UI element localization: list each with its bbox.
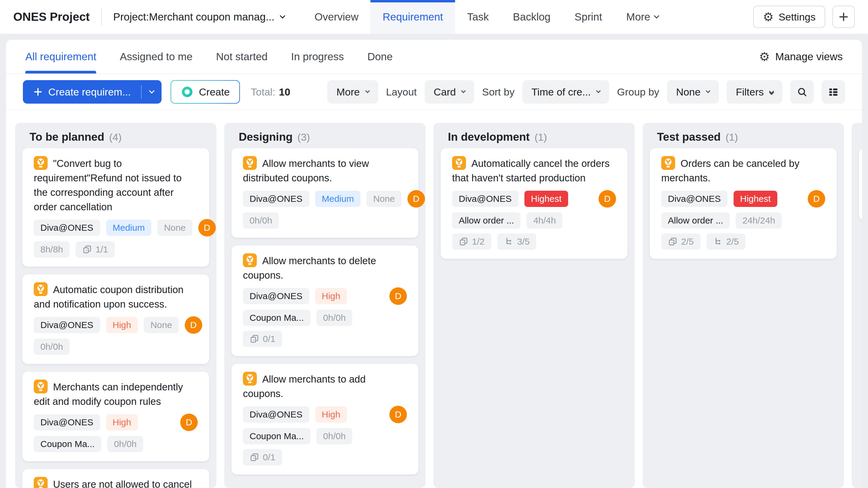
chip-row: Diva@ONESHighD <box>243 406 407 423</box>
copy-chip: 1/2 <box>452 233 491 250</box>
card-title-text: Automatic coupon distribution and notifi… <box>34 284 184 310</box>
project-selector-label: Project:Merchant coupon manag... <box>113 11 275 23</box>
create-button[interactable]: Create <box>170 80 240 104</box>
requirement-icon <box>34 477 48 488</box>
copy-chip: 0/1 <box>243 449 282 465</box>
create-requirement-button[interactable]: Create requirem... <box>23 80 161 104</box>
card-title: Merchants can independently edit and mod… <box>34 380 198 409</box>
chip-row: 8h/8h1/1 <box>34 241 198 258</box>
column-title: Test passed <box>657 131 721 143</box>
tab-all-requirement[interactable]: All requirement <box>25 40 96 73</box>
card[interactable]: Users are not allowed to cancel orders t… <box>22 469 209 488</box>
chip-row: 1/23/5 <box>452 233 616 250</box>
requirement-icon <box>34 380 48 393</box>
create-requirement-dropdown[interactable] <box>142 80 161 104</box>
assignee-chip: Diva@ONES <box>243 288 309 304</box>
muted-chip: None <box>144 317 179 333</box>
nav-item-sprint[interactable]: Sprint <box>562 0 614 34</box>
toolbar: Create requirem... Create Total: 10 More… <box>6 74 862 110</box>
high-chip: High <box>106 317 138 333</box>
total-label: Total: <box>251 86 275 98</box>
group-by-select[interactable]: None <box>667 80 719 104</box>
copy-chip: 0/1 <box>243 331 282 347</box>
filters-button[interactable]: Filters <box>727 80 782 104</box>
card[interactable]: Allow merchants to add coupons. Diva@ONE… <box>231 364 418 475</box>
search-button[interactable] <box>790 80 814 104</box>
avatar: D <box>198 219 216 236</box>
nav-item-backlog[interactable]: Backlog <box>501 0 563 34</box>
card-title: Allow merchants to delete coupons. <box>243 253 407 283</box>
card-title-text: Allow merchants to add coupons. <box>243 373 366 399</box>
card[interactable] <box>859 148 862 221</box>
tab-in-progress[interactable]: In progress <box>291 40 344 73</box>
requirement-icon <box>34 282 48 296</box>
copy-icon <box>459 237 468 247</box>
nav-item-requirement[interactable]: Requirement <box>370 0 455 34</box>
card-title-text: Automatically cancel the orders that hav… <box>452 158 610 184</box>
column-header: Test passed (1) <box>650 123 837 148</box>
add-button[interactable] <box>832 6 855 28</box>
detail-list-button[interactable] <box>822 80 845 104</box>
detail-list-icon <box>828 87 839 97</box>
card[interactable]: Orders can be canceled by merchants. Div… <box>650 148 837 259</box>
hours-chip: 24h/24h <box>736 213 781 229</box>
requirement-icon <box>243 372 257 386</box>
card-title: Users are not allowed to cancel orders t… <box>34 477 198 488</box>
sort-by-select[interactable]: Time of cre... <box>522 80 609 104</box>
search-icon <box>797 87 807 97</box>
high-chip: High <box>315 288 347 304</box>
tab-assigned-to-me[interactable]: Assigned to me <box>120 40 192 73</box>
chevron-down-icon <box>654 13 659 19</box>
card-title: "Convert bug to requirement"Refund not i… <box>34 156 198 214</box>
tree-chip: 2/5 <box>707 233 746 250</box>
hours-chip: 0h/0h <box>34 338 70 355</box>
card[interactable]: "Convert bug to requirement"Refund not i… <box>22 148 209 267</box>
tree-chip: 3/5 <box>497 233 536 250</box>
module-chip: Coupon Ma... <box>243 428 310 444</box>
group-by-label: Group by <box>617 86 659 98</box>
card-title: Automatically cancel the orders that hav… <box>452 156 616 185</box>
card[interactable]: Automatically cancel the orders that hav… <box>441 148 627 259</box>
avatar: D <box>808 190 825 207</box>
card-title: Orders can be canceled by merchants. <box>661 156 825 185</box>
nav-item-more[interactable]: More <box>614 0 671 34</box>
chevron-down-icon <box>461 89 466 93</box>
project-selector[interactable]: Project:Merchant coupon manag... <box>113 11 284 23</box>
settings-button-label: Settings <box>778 11 815 23</box>
chip-row: 0h/0h <box>243 213 407 229</box>
tab-done[interactable]: Done <box>367 40 393 73</box>
nav-item-overview[interactable]: Overview <box>303 0 371 34</box>
card-rows: Diva@ONESHighDCoupon Ma...0h/0h0/1 <box>243 287 407 347</box>
layout-select[interactable]: Card <box>425 80 474 104</box>
card[interactable]: Automatic coupon distribution and notifi… <box>22 274 209 364</box>
card-title: Allow merchants to view distributed coup… <box>243 156 407 185</box>
card-rows: Diva@ONESHighestDAllow order ...24h/24h2… <box>661 190 825 250</box>
hours-chip: 0h/0h <box>316 310 352 326</box>
column-count: (4) <box>109 131 122 143</box>
sort-by-label: Sort by <box>482 86 515 98</box>
double-chevron-icon <box>770 90 773 94</box>
chip-row: Allow order ...24h/24h <box>661 213 825 229</box>
requirement-icon <box>34 156 48 170</box>
card-rows: Diva@ONESHighestDAllow order ...4h/4h1/2… <box>452 190 616 250</box>
card-title-text: Allow merchants to delete coupons. <box>243 255 376 281</box>
card[interactable]: Allow merchants to delete coupons. Diva@… <box>231 246 418 356</box>
manage-views-button[interactable]: ⚙ Manage views <box>759 51 843 63</box>
requirement-icon <box>452 156 466 170</box>
highest-chip: Highest <box>524 191 568 207</box>
card[interactable]: Merchants can independently edit and mod… <box>22 372 209 461</box>
high-chip: High <box>315 406 347 423</box>
chevron-down-icon <box>596 89 601 93</box>
chip-row: 0/1 <box>243 331 407 347</box>
nav-item-task[interactable]: Task <box>455 0 501 34</box>
card[interactable]: Allow merchants to view distributed coup… <box>231 148 418 238</box>
settings-button[interactable]: ⚙ Settings <box>753 6 825 28</box>
tab-not-started[interactable]: Not started <box>216 40 268 73</box>
navbar-divider <box>101 8 102 26</box>
chip-row: Diva@ONESHighNoneD <box>34 316 198 334</box>
muted-chip: None <box>367 191 401 207</box>
manage-views-label: Manage views <box>775 51 843 63</box>
more-button[interactable]: More <box>327 80 378 104</box>
avatar: D <box>185 316 202 334</box>
avatar: D <box>407 190 425 207</box>
